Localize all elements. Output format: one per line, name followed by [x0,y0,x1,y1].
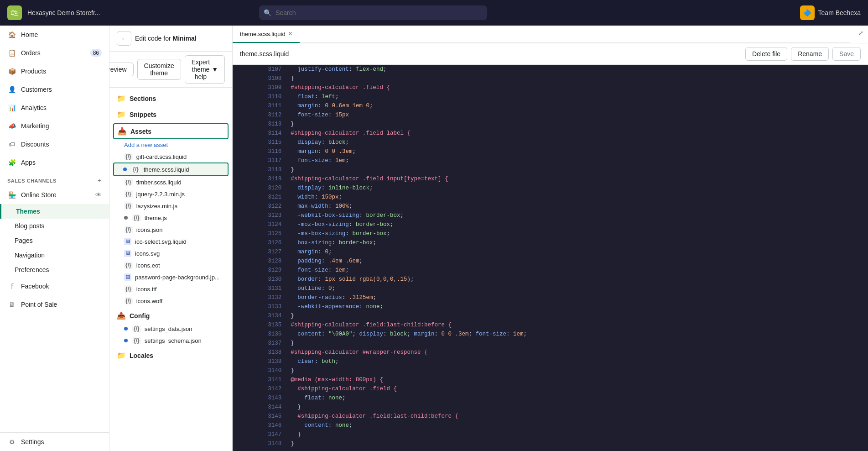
sidebar-item-apps[interactable]: 🧩 Apps [0,153,109,172]
file-section-sections: 📁 Sections [109,91,232,105]
file-section-header-config[interactable]: 📥 Config [109,309,232,323]
file-section-header-snippets[interactable]: 📁 Snippets [109,107,232,121]
table-row: 3121 width: 150px; [233,193,868,202]
line-number: 3144 [233,403,287,412]
customize-theme-button[interactable]: Customize theme [137,59,181,80]
delete-file-button[interactable]: Delete file [745,47,787,61]
line-number: 3123 [233,211,287,220]
sidebar-item-pos[interactable]: 🖥 Point of Sale [0,295,109,314]
editor-tab-theme-scss[interactable]: theme.scss.liquid × [233,26,300,43]
file-item-ico-select[interactable]: 🖼 ico-select.svg.liquid [109,236,232,247]
file-panel-title: Edit code for Minimal [135,35,197,42]
table-row: 3128 padding: .4em .6em; [233,257,868,266]
table-row: 3140} [233,366,868,375]
file-name: settings_schema.json [145,337,202,344]
file-section-header-locales[interactable]: 📁 Locales [109,348,232,362]
save-button[interactable]: Save [832,47,861,61]
sidebar-sub-item-themes[interactable]: Themes [0,204,109,219]
line-number: 3109 [233,83,287,92]
table-row: 3135#shipping-calculator .field:last-chi… [233,320,868,330]
line-code: -webkit-box-sizing: border-box; [287,211,868,220]
line-code: font-size: 15px [287,110,868,120]
sidebar-item-online-store[interactable]: 🏪 Online Store 👁 [0,186,109,204]
sidebar-sub-item-navigation[interactable]: Navigation [0,248,109,262]
line-number: 3115 [233,138,287,147]
facebook-icon: 𝕗 [7,282,16,291]
line-number: 3126 [233,238,287,247]
sidebar-sub-item-pages[interactable]: Pages [0,233,109,248]
line-number: 3147 [233,430,287,439]
line-code: -webkit-appearance: none; [287,302,868,311]
table-row: 3136 content: "\00A0"; display: block; m… [233,330,868,339]
file-item-timber[interactable]: {/} timber.scss.liquid [109,176,232,188]
sidebar-item-analytics[interactable]: 📊 Analytics [0,99,109,117]
code-editor[interactable]: 3107 justify-content: flex-end;3108}3109… [233,65,868,451]
file-item-theme-scss[interactable]: {/} theme.scss.liquid [113,163,229,176]
sidebar-item-marketing[interactable]: 📣 Marketing [0,117,109,135]
image-file-icon: 🖼 [124,273,131,281]
line-code: } [287,366,868,375]
file-item-lazysizes[interactable]: {/} lazysizes.min.js [109,200,232,212]
file-item-icons-eot[interactable]: {/} icons.eot [109,259,232,271]
line-number: 3108 [233,74,287,83]
file-item-password-bg[interactable]: 🖼 password-page-background.jp... [109,271,232,283]
search-input[interactable] [259,5,487,20]
sidebar-item-home[interactable]: 🏠 Home [0,26,109,44]
sidebar-item-settings[interactable]: ⚙ Settings [0,433,109,451]
file-item-icons-woff[interactable]: {/} icons.woff [109,295,232,307]
home-icon: 🏠 [7,30,16,39]
line-code: display: block; [287,138,868,147]
file-item-settings-data[interactable]: {/} settings_data.json [109,323,232,335]
file-item-icons-ttf[interactable]: {/} icons.ttf [109,283,232,295]
table-row: 3130 border: 1px solid rgba(0,0,0,.15); [233,275,868,284]
sidebar-label-orders: Orders [21,49,41,57]
editor-top-bar-left: theme.scss.liquid [240,50,289,58]
expert-theme-help-button[interactable]: Expert theme help ▼ [185,55,225,84]
file-panel-header: ← Edit code for Minimal [109,26,232,52]
line-code: max-width: 100%; [287,202,868,211]
line-code: width: 150px; [287,193,868,202]
tab-label: theme.scss.liquid [240,31,286,37]
eye-icon[interactable]: 👁 [95,191,102,199]
sidebar-label-customers: Customers [21,86,52,93]
sidebar-sub-item-preferences[interactable]: Preferences [0,262,109,277]
file-section-assets: 📥 Assets Add a new asset {/} gift-card.s… [109,123,232,307]
table-row: 3133 -webkit-appearance: none; [233,302,868,311]
sidebar-item-facebook[interactable]: 𝕗 Facebook [0,277,109,295]
close-tab-icon[interactable]: × [288,30,292,37]
sidebar-item-customers[interactable]: 👤 Customers [0,80,109,99]
add-sales-channel-icon[interactable]: ＋ [97,177,102,184]
file-section-header-sections[interactable]: 📁 Sections [109,91,232,105]
table-row: 3120 display: inline-block; [233,184,868,193]
sidebar-item-products[interactable]: 📦 Products [0,62,109,80]
line-code: } [287,339,868,348]
file-name: jquery-2.2.3.min.js [136,191,185,198]
preview-button[interactable]: Preview [109,63,134,76]
file-item-theme-js[interactable]: {/} theme.js [109,212,232,224]
file-item-icons-json[interactable]: {/} icons.json [109,224,232,236]
orders-badge: 86 [90,49,102,57]
table-row: 3134} [233,311,868,320]
products-icon: 📦 [7,67,16,76]
table-row: 3118} [233,165,868,174]
expand-editor-button[interactable]: ⤢ [853,26,868,40]
table-row: 3141@media (max-width: 800px) { [233,375,868,384]
table-row: 3127 margin: 0; [233,247,868,257]
sidebar-sub-item-blog-posts[interactable]: Blog posts [0,219,109,233]
file-item-settings-schema[interactable]: {/} settings_schema.json [109,335,232,346]
file-item-icons-svg[interactable]: 🖼 icons.svg [109,247,232,259]
sidebar-item-discounts[interactable]: 🏷 Discounts [0,135,109,153]
file-section-snippets: 📁 Snippets [109,107,232,121]
line-code: } [287,120,868,129]
sidebar-item-orders[interactable]: 📋 Orders 86 [0,44,109,62]
file-item-jquery[interactable]: {/} jquery-2.2.3.min.js [109,188,232,200]
line-code: #shipping-calculator .field { [287,384,868,393]
file-item-gift-card[interactable]: {/} gift-card.scss.liquid [109,151,232,163]
rename-button[interactable]: Rename [791,47,829,61]
sidebar-label-marketing: Marketing [21,122,49,130]
file-section-header-assets[interactable]: 📥 Assets [113,123,229,139]
add-asset-link[interactable]: Add a new asset [109,139,232,151]
line-code: #shipping-calculator .field:last-child:b… [287,320,868,330]
back-button[interactable]: ← [117,31,131,46]
line-code: #shipping-calculator .field input[type=t… [287,174,868,184]
